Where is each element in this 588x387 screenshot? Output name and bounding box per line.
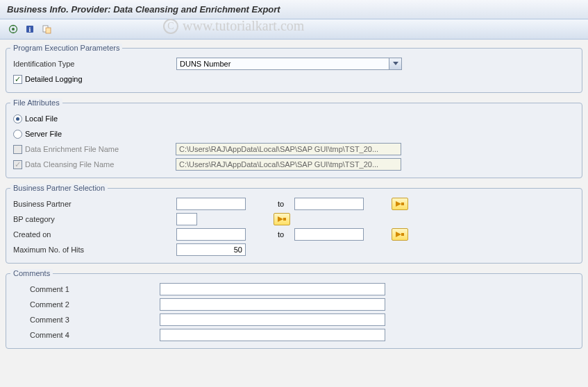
created-multiselect-button[interactable] — [392, 228, 408, 241]
bp-category-label: BP category — [13, 215, 176, 223]
group-comments: Comments Comment 1 Comment 2 Comment 3 C… — [6, 269, 582, 349]
svg-text:i: i — [29, 26, 31, 33]
server-file-radio[interactable] — [13, 130, 22, 139]
to-label: to — [274, 230, 294, 239]
data-enrichment-input[interactable] — [176, 143, 401, 155]
comment3-input[interactable] — [160, 313, 385, 326]
created-to-input[interactable] — [294, 228, 364, 241]
svg-marker-8 — [393, 62, 398, 65]
detailed-logging-checkbox[interactable] — [13, 75, 22, 84]
created-on-label: Created on — [13, 230, 176, 239]
group-legend: Program Execution Parameters — [10, 44, 122, 52]
execute-button[interactable] — [6, 22, 21, 36]
data-cleansing-input[interactable] — [176, 158, 401, 171]
svg-rect-7 — [46, 28, 51, 33]
report-button[interactable] — [39, 22, 54, 36]
group-legend: Business Partner Selection — [10, 184, 108, 192]
local-file-radio[interactable] — [13, 114, 22, 123]
group-legend: Comments — [10, 269, 53, 277]
identification-type-value: DUNS Number — [180, 60, 230, 68]
comment1-label: Comment 1 — [13, 285, 160, 293]
local-file-label: Local File — [25, 114, 58, 123]
svg-point-1 — [12, 28, 15, 31]
data-cleansing-checkbox — [13, 160, 22, 169]
comment2-input[interactable] — [160, 298, 385, 311]
svg-marker-11 — [278, 216, 283, 222]
info-button[interactable]: i — [22, 22, 37, 36]
chevron-down-icon — [389, 58, 401, 69]
detailed-logging-label: Detailed Logging — [25, 75, 83, 83]
svg-marker-9 — [396, 201, 401, 207]
comment1-input[interactable] — [160, 283, 385, 295]
group-bp-selection: Business Partner Selection Business Part… — [6, 184, 582, 264]
data-enrichment-label: Data Enrichment File Name — [25, 145, 176, 153]
group-file-attributes: File Attributes Local File Server File D… — [6, 98, 582, 178]
created-from-input[interactable] — [176, 228, 246, 241]
page-title: Business Info. Provider: Data Cleansing … — [0, 0, 588, 19]
toolbar: i — [0, 19, 588, 40]
identification-type-dropdown[interactable]: DUNS Number — [176, 58, 402, 70]
comment2-label: Comment 2 — [13, 300, 160, 309]
bp-category-input[interactable] — [176, 213, 197, 225]
max-hits-label: Maximum No. of Hits — [13, 246, 176, 254]
identification-type-label: Identification Type — [13, 60, 176, 68]
svg-rect-14 — [401, 233, 404, 236]
max-hits-input[interactable] — [176, 243, 246, 256]
svg-marker-13 — [396, 232, 401, 237]
data-enrichment-checkbox — [13, 145, 22, 154]
comment4-label: Comment 4 — [13, 331, 160, 339]
comment4-input[interactable] — [160, 329, 385, 341]
bp-label: Business Partner — [13, 200, 176, 208]
group-program-execution: Program Execution Parameters Identificat… — [6, 44, 582, 93]
group-legend: File Attributes — [10, 98, 62, 107]
to-label: to — [274, 200, 294, 208]
bp-from-input[interactable] — [176, 198, 246, 210]
bp-multiselect-button[interactable] — [392, 198, 408, 210]
svg-rect-12 — [283, 218, 286, 221]
server-file-label: Server File — [25, 130, 62, 138]
comment3-label: Comment 3 — [13, 316, 160, 324]
data-cleansing-label: Data Cleansing File Name — [25, 160, 176, 169]
svg-rect-10 — [401, 203, 404, 205]
bp-category-multiselect-button[interactable] — [274, 213, 290, 225]
bp-to-input[interactable] — [294, 198, 364, 210]
